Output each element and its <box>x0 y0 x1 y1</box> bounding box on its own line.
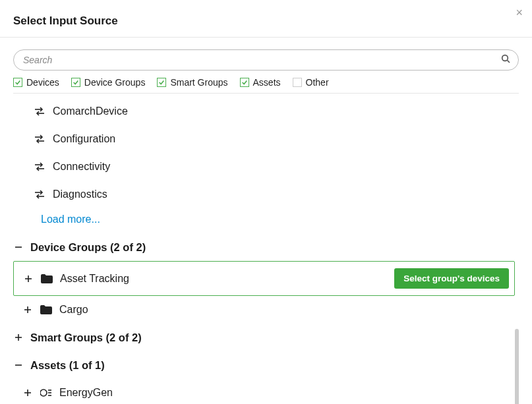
search-wrap <box>13 49 519 71</box>
checkbox-icon <box>13 78 22 87</box>
section-header-label: Device Groups (2 of 2) <box>30 241 519 254</box>
filter-smart-groups[interactable]: Smart Groups <box>157 77 227 88</box>
checkbox-icon <box>293 78 302 87</box>
checkbox-icon <box>71 78 80 87</box>
device-label: ComarchDevice <box>53 105 519 117</box>
folder-icon <box>40 305 53 314</box>
select-input-source-modal: Select Input Source × Devices <box>0 0 532 404</box>
controls-bar: Devices Device Groups Smart Groups Asset… <box>0 38 532 94</box>
group-item-asset-tracking[interactable]: Asset Tracking Select group's devices <box>13 261 515 296</box>
modal-header: Select Input Source × <box>0 0 532 38</box>
section-device-groups[interactable]: Device Groups (2 of 2) <box>0 233 532 261</box>
filter-bar: Devices Device Groups Smart Groups Asset… <box>13 77 519 94</box>
svg-point-0 <box>502 55 508 61</box>
close-icon[interactable]: × <box>516 7 523 18</box>
device-label: Diagnostics <box>53 188 519 200</box>
transfer-icon <box>33 107 46 116</box>
filter-label: Smart Groups <box>170 77 227 88</box>
filter-device-groups[interactable]: Device Groups <box>71 77 146 88</box>
svg-line-1 <box>508 61 510 63</box>
expand-icon[interactable] <box>13 333 24 341</box>
modal-title: Select Input Source <box>13 14 118 28</box>
transfer-icon <box>33 190 46 199</box>
transfer-icon <box>33 134 46 144</box>
expand-icon[interactable] <box>23 275 34 283</box>
group-label: Cargo <box>59 304 519 316</box>
section-assets[interactable]: Assets (1 of 1) <box>0 351 532 379</box>
collapse-icon[interactable] <box>13 243 24 251</box>
asset-item[interactable]: EnergyGen <box>0 379 532 404</box>
expand-icon[interactable] <box>22 389 33 397</box>
section-smart-groups[interactable]: Smart Groups (2 of 2) <box>0 324 532 351</box>
asset-icon <box>40 388 53 398</box>
checkbox-icon <box>157 78 166 87</box>
filter-devices[interactable]: Devices <box>13 77 59 88</box>
group-item-cargo[interactable]: Cargo <box>0 296 532 324</box>
section-header-label: Smart Groups (2 of 2) <box>30 332 519 344</box>
collapse-icon[interactable] <box>13 361 24 369</box>
device-item[interactable]: Connectivity <box>0 153 532 181</box>
search-icon[interactable] <box>500 53 511 67</box>
search-input[interactable] <box>13 49 519 71</box>
svg-point-20 <box>40 390 47 396</box>
scrollbar[interactable] <box>515 329 519 404</box>
filter-label: Other <box>306 77 329 88</box>
filter-label: Devices <box>26 77 59 88</box>
folder-icon <box>40 274 53 283</box>
load-more-link[interactable]: Load more... <box>0 208 532 233</box>
device-label: Configuration <box>53 133 519 145</box>
transfer-icon <box>33 162 46 171</box>
source-tree[interactable]: ComarchDevice Configuration Connectivity <box>0 94 532 404</box>
filter-assets[interactable]: Assets <box>240 77 281 88</box>
asset-label: EnergyGen <box>59 387 519 399</box>
expand-icon[interactable] <box>22 306 33 314</box>
checkbox-icon <box>240 78 249 87</box>
filter-label: Device Groups <box>84 77 146 88</box>
group-label: Asset Tracking <box>60 273 394 285</box>
filter-label: Assets <box>253 77 281 88</box>
select-group-devices-button[interactable]: Select group's devices <box>394 268 509 289</box>
device-item[interactable]: ComarchDevice <box>0 98 532 125</box>
filter-other[interactable]: Other <box>293 77 329 88</box>
section-header-label: Assets (1 of 1) <box>30 359 519 372</box>
device-item[interactable]: Diagnostics <box>0 181 532 208</box>
device-label: Connectivity <box>53 161 519 173</box>
device-item[interactable]: Configuration <box>0 125 532 153</box>
